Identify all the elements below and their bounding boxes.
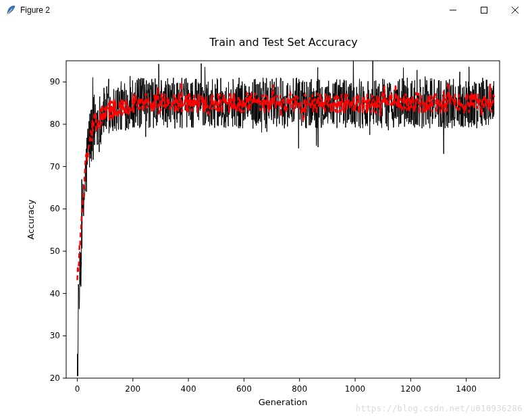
close-button[interactable]: [500, 0, 531, 20]
chart-title: Train and Test Set Accuracy: [209, 36, 358, 49]
x-ticks: 0200400600800100012001400: [75, 378, 477, 394]
svg-text:20: 20: [50, 373, 60, 383]
maximize-button[interactable]: [469, 0, 500, 20]
svg-text:0: 0: [75, 384, 80, 394]
figure-window: Figure 2 Train and Test Set Accuracy 203…: [0, 0, 532, 420]
svg-text:400: 400: [181, 384, 196, 394]
svg-rect-1: [481, 7, 487, 14]
svg-text:600: 600: [236, 384, 252, 394]
feather-icon: [5, 5, 16, 16]
minimize-button[interactable]: [437, 0, 469, 20]
y-axis-label: Accuracy: [26, 199, 36, 240]
svg-text:1200: 1200: [400, 384, 421, 394]
svg-text:1000: 1000: [345, 384, 366, 394]
x-axis-label: Generation: [259, 397, 308, 407]
svg-text:70: 70: [50, 162, 60, 172]
chart-area: Train and Test Set Accuracy 203040506070…: [0, 20, 532, 420]
window-title: Figure 2: [20, 5, 50, 15]
svg-text:1400: 1400: [456, 384, 477, 394]
svg-text:60: 60: [50, 204, 60, 213]
svg-text:800: 800: [292, 384, 307, 394]
titlebar: Figure 2: [0, 0, 532, 20]
svg-text:80: 80: [50, 120, 60, 129]
chart-svg: Train and Test Set Accuracy 203040506070…: [0, 20, 532, 420]
svg-text:40: 40: [50, 289, 60, 298]
watermark-text: https://blog.csdn.net/u010936286: [356, 404, 523, 413]
svg-text:90: 90: [50, 77, 60, 86]
svg-text:50: 50: [50, 246, 60, 256]
svg-text:200: 200: [125, 384, 140, 394]
svg-text:30: 30: [50, 331, 60, 340]
